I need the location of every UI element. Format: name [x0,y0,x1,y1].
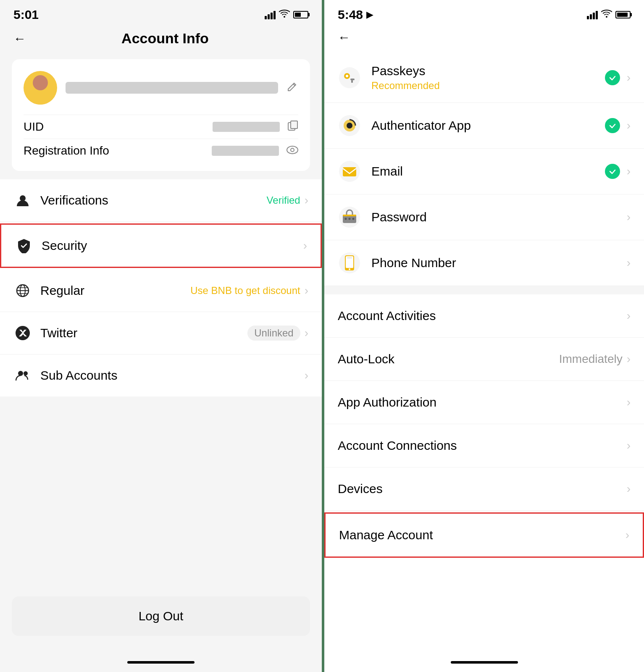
menu-item-security[interactable]: Security › [0,223,322,268]
authenticator-icon [338,114,361,137]
plain-item-manage-account[interactable]: Manage Account › [324,512,644,558]
password-icon [338,205,361,229]
security-item-authenticator[interactable]: Authenticator App › [324,103,644,149]
menu-item-subaccounts[interactable]: Sub Accounts › [0,354,322,396]
copy-icon[interactable] [287,120,298,134]
right-back-button[interactable]: ← [338,30,350,45]
password-title: Password [371,210,627,224]
svg-rect-19 [350,79,355,80]
twitter-label: Twitter [40,326,247,340]
reg-right [212,145,298,157]
shield-icon [15,236,33,255]
reg-value [212,146,279,156]
right-signal [587,10,598,19]
avatar [24,71,57,105]
globe-icon [13,281,32,300]
plain-item-app-authorization[interactable]: App Authorization › [324,381,644,424]
app-authorization-chevron: › [627,396,631,409]
twitter-chevron: › [305,326,308,340]
passkeys-check [605,70,620,85]
regular-chevron: › [305,284,308,297]
logout-section: Log Out [0,588,322,644]
location-icon: ▶ [366,9,373,20]
uid-row: UID [24,115,298,139]
phone-chevron: › [627,256,631,270]
password-chevron: › [627,210,631,224]
plain-item-account-activities[interactable]: Account Activities › [324,294,644,338]
svg-point-21 [346,75,348,77]
right-panel: 5:48 ▶ ← [322,0,644,672]
security-item-phone[interactable]: Phone Number › [324,240,644,286]
right-battery-fill [617,13,628,17]
authenticator-chevron: › [627,119,631,132]
left-panel: 5:01 ← Account Info [0,0,322,672]
plain-item-account-connections[interactable]: Account Connections › [324,424,644,467]
security-item-email[interactable]: Email › [324,149,644,194]
unlinked-badge: Unlinked [247,326,300,341]
profile-top [24,71,298,105]
authenticator-text: Authenticator App [371,118,605,133]
left-page-title: Account Info [34,30,296,47]
auto-lock-label: Auto-Lock [338,352,559,366]
security-item-passkeys[interactable]: Passkeys Recommended › [324,53,644,103]
auto-lock-sub: Immediately [559,352,623,366]
security-chevron: › [303,239,307,252]
right-nav-header: ← [324,26,644,53]
username-blur [66,82,278,94]
password-text: Password [371,210,627,224]
regular-label: Regular [40,284,190,298]
email-chevron: › [627,165,631,178]
uid-value [213,122,280,132]
passkeys-text: Passkeys Recommended [371,64,605,92]
security-item-password[interactable]: Password › [324,194,644,240]
menu-item-twitter[interactable]: Twitter Unlinked › [0,312,322,354]
svg-point-1 [33,75,48,90]
verifications-chevron: › [305,194,308,207]
phone-title: Phone Number [371,256,627,270]
email-title: Email [371,164,605,178]
logout-button[interactable]: Log Out [12,596,310,636]
svg-point-17 [339,67,360,88]
email-text: Email [371,164,605,178]
svg-point-8 [20,195,26,201]
reg-label: Registration Info [24,144,109,158]
registration-row: Registration Info [24,139,298,163]
svg-point-16 [24,371,28,375]
section-divider [324,286,644,294]
svg-rect-20 [351,80,353,83]
uid-label: UID [24,120,44,134]
right-battery-icon [615,11,631,18]
account-activities-label: Account Activities [338,309,627,323]
edit-icon[interactable] [287,81,298,95]
bnb-badge: Use BNB to get discount [190,285,300,297]
svg-rect-32 [343,215,356,216]
left-time: 5:01 [13,8,39,22]
svg-point-30 [349,218,351,220]
authenticator-title: Authenticator App [371,118,605,133]
auto-lock-chevron: › [627,352,631,366]
left-nav-header: ← Account Info [0,26,322,55]
security-label: Security [42,239,303,253]
account-activities-chevron: › [627,309,631,323]
passkeys-title: Passkeys [371,64,605,78]
left-status-bar: 5:01 [0,0,322,26]
menu-item-verifications[interactable]: Verifications Verified › [0,179,322,222]
left-wifi-icon [279,9,290,20]
eye-icon[interactable] [287,145,298,157]
verifications-label: Verifications [40,193,267,207]
svg-point-31 [352,218,355,220]
svg-rect-37 [347,257,352,258]
devices-chevron: › [627,482,631,496]
app-authorization-label: App Authorization [338,395,627,410]
twitter-icon [13,324,32,342]
phone-icon [338,251,361,275]
manage-account-chevron: › [626,528,629,542]
svg-point-36 [349,268,350,270]
plain-item-auto-lock[interactable]: Auto-Lock Immediately › [324,338,644,381]
plain-item-devices[interactable]: Devices › [324,467,644,511]
menu-item-regular[interactable]: Regular Use BNB to get discount › [0,270,322,312]
profile-card: UID Registration Info [12,59,310,171]
right-wifi-icon [601,9,612,20]
svg-rect-5 [291,121,297,129]
left-back-button[interactable]: ← [13,32,26,46]
